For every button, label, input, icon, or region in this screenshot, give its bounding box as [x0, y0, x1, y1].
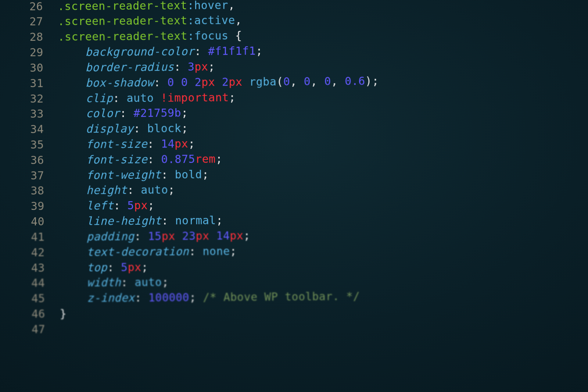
line-number: 37 [4, 167, 59, 183]
css-unit: px [194, 60, 208, 73]
css-unit: px [230, 229, 243, 242]
css-unit: px [134, 199, 148, 212]
css-number: 0 [181, 75, 188, 89]
css-selector: .screen-reader-text [58, 14, 187, 28]
css-number: 2 [222, 75, 229, 88]
punct-semi: ; [181, 106, 188, 120]
css-value: auto [126, 91, 154, 104]
css-unit: px [196, 229, 209, 242]
line-number: 45 [4, 291, 60, 306]
css-unit: px [229, 75, 242, 88]
line-number: 29 [3, 44, 58, 60]
line-number: 27 [3, 14, 58, 29]
css-number: 5 [121, 260, 128, 274]
punct-comma: , [228, 0, 235, 11]
line-number: 47 [5, 321, 60, 337]
punct-colon: : [113, 91, 126, 104]
punct-semi: ; [243, 229, 250, 242]
css-value: auto [141, 183, 168, 196]
css-property: line-height [86, 214, 161, 228]
css-number: 14 [161, 137, 175, 150]
css-pseudo: :active [187, 14, 235, 27]
css-property: font-size [86, 137, 147, 151]
css-value: bold [175, 168, 202, 181]
css-pseudo: :hover [187, 0, 228, 12]
punct-colon: : [120, 107, 133, 120]
css-number: 0.6 [345, 74, 365, 88]
css-property: font-size [86, 153, 147, 166]
punct-brace: } [60, 307, 67, 320]
punct-colon: : [107, 260, 121, 274]
punct-colon: : [161, 214, 175, 227]
punct-paren: ( [276, 75, 283, 88]
punct-comma: , [290, 75, 304, 88]
punct-colon: : [127, 183, 141, 197]
css-property: left [86, 199, 114, 212]
css-number: 3 [188, 60, 195, 73]
css-property: border-radius [85, 60, 174, 74]
line-number: 40 [4, 214, 59, 229]
punct-semi: ; [189, 291, 196, 304]
punct-semi: ; [188, 137, 195, 150]
code-editor[interactable]: 26 .screen-reader-text:hover, 27 .screen… [0, 0, 588, 337]
css-number: 5 [127, 199, 134, 212]
css-property: background-color [85, 44, 194, 58]
css-number: 2 [195, 75, 202, 89]
punct-colon: : [133, 122, 147, 135]
css-property: text-decoration [87, 245, 189, 259]
css-value: normal [175, 214, 216, 227]
css-number: 0 [324, 74, 331, 88]
css-hex: #21759b [133, 106, 181, 120]
punct-colon: : [174, 60, 188, 73]
punct-paren: ) [365, 74, 372, 88]
line-number: 28 [3, 29, 58, 45]
css-number: 0 [283, 75, 290, 88]
css-important: !important [161, 90, 229, 104]
punct-colon: : [161, 168, 175, 181]
punct-semi: ; [148, 199, 155, 212]
punct-semi: ; [256, 44, 263, 57]
css-property: display [86, 122, 133, 136]
punct-semi: ; [162, 275, 169, 289]
css-value: block [147, 122, 181, 135]
line-number: 39 [4, 198, 59, 214]
line-number: 41 [4, 229, 59, 245]
css-number: 15 [148, 229, 162, 243]
punct-colon: : [121, 276, 135, 289]
line-number: 32 [3, 90, 58, 106]
css-unit: rem [195, 152, 216, 165]
line-number: 46 [5, 306, 60, 322]
css-property: font-weight [86, 168, 161, 182]
css-unit: px [175, 137, 188, 150]
css-property: width [87, 276, 121, 289]
line-number: 44 [4, 275, 60, 291]
punct-colon: : [147, 153, 161, 166]
line-number: 26 [3, 0, 58, 14]
css-number: 100000 [148, 291, 190, 304]
css-function: rgba [249, 75, 276, 88]
css-hex: #f1f1f1 [208, 44, 256, 58]
punct-semi: ; [216, 214, 223, 227]
line-number: 36 [4, 152, 59, 168]
css-comment: /* Above WP toolbar. */ [203, 289, 360, 304]
css-number: 23 [182, 229, 196, 242]
css-unit: px [162, 229, 175, 243]
css-property: z-index [87, 291, 135, 305]
punct-semi: ; [230, 244, 237, 257]
css-value: auto [135, 275, 162, 289]
line-number: 34 [3, 121, 58, 137]
punct-semi: ; [208, 60, 215, 73]
line-number: 38 [4, 183, 59, 199]
css-property: box-shadow [86, 76, 154, 89]
punct-comma: , [331, 74, 345, 88]
punct-semi: ; [229, 90, 236, 104]
punct-colon: : [189, 245, 202, 258]
punct-colon: : [147, 137, 161, 150]
css-selector: .screen-reader-text [58, 29, 187, 43]
css-unit: px [201, 75, 215, 89]
punct-brace: { [228, 29, 242, 42]
punct-colon: : [114, 199, 127, 212]
punct-comma: , [311, 75, 324, 88]
punct-colon: : [135, 291, 148, 304]
css-number: 0 [167, 75, 174, 89]
